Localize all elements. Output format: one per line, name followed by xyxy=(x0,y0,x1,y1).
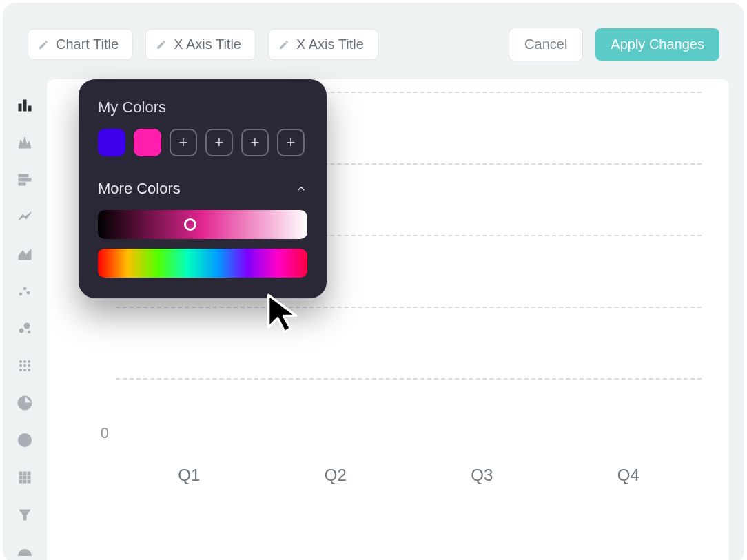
x-tick-label: Q3 xyxy=(471,466,493,485)
more-colors-label: More Colors xyxy=(98,180,181,198)
gridline xyxy=(116,378,702,380)
svg-rect-1 xyxy=(23,100,26,111)
svg-rect-5 xyxy=(19,183,25,185)
svg-point-6 xyxy=(19,293,22,295)
svg-rect-22 xyxy=(19,472,22,475)
pencil-icon xyxy=(278,39,289,50)
svg-point-18 xyxy=(19,369,21,371)
color-swatch-0[interactable] xyxy=(98,129,125,156)
chart-title-label: Chart Title xyxy=(56,37,119,52)
line-chart-icon[interactable] xyxy=(11,203,39,231)
color-swatch-1[interactable] xyxy=(134,129,161,156)
cancel-button[interactable]: Cancel xyxy=(509,28,583,61)
pencil-icon xyxy=(156,39,167,50)
svg-rect-25 xyxy=(19,476,22,479)
grid-icon[interactable] xyxy=(11,464,39,491)
svg-rect-29 xyxy=(23,480,26,483)
funnel-icon[interactable] xyxy=(11,501,39,528)
y-axis-title-input[interactable]: X Axis Title xyxy=(268,29,378,60)
svg-point-15 xyxy=(19,364,21,366)
svg-point-20 xyxy=(28,369,30,371)
scatter-icon[interactable] xyxy=(11,278,39,305)
svg-point-8 xyxy=(27,291,30,294)
svg-point-9 xyxy=(19,329,23,333)
x-tick-label: Q4 xyxy=(617,466,639,485)
gridline xyxy=(116,307,702,308)
toolbar: Chart Title X Axis Title X Axis Title Ca… xyxy=(3,3,744,79)
my-colors-heading: My Colors xyxy=(98,98,307,116)
x-tick-label: Q1 xyxy=(178,466,200,485)
svg-point-16 xyxy=(23,364,25,366)
svg-rect-0 xyxy=(19,104,21,111)
svg-point-13 xyxy=(23,360,25,362)
gauge-icon[interactable] xyxy=(11,538,39,560)
svg-rect-26 xyxy=(23,476,26,479)
svg-rect-23 xyxy=(23,472,26,475)
color-picker-popover: My Colors ++++ More Colors xyxy=(79,79,327,298)
color-swatches: ++++ xyxy=(98,129,307,156)
more-colors-toggle[interactable]: More Colors xyxy=(98,180,307,198)
horizontal-bar-icon[interactable] xyxy=(11,166,39,194)
x-axis-title-label: X Axis Title xyxy=(174,37,241,52)
svg-rect-30 xyxy=(28,480,30,483)
bubble-icon[interactable] xyxy=(11,315,39,342)
chevron-up-icon xyxy=(295,183,307,195)
add-color-button[interactable]: + xyxy=(241,129,269,156)
area-chart-icon[interactable] xyxy=(11,240,39,268)
chart-type-sidebar xyxy=(3,79,47,560)
add-color-button[interactable]: + xyxy=(277,129,305,156)
svg-rect-27 xyxy=(28,476,30,479)
x-tick-label: Q2 xyxy=(325,466,347,485)
svg-point-11 xyxy=(28,331,30,333)
svg-point-21 xyxy=(19,435,30,446)
svg-point-14 xyxy=(28,360,30,362)
svg-rect-28 xyxy=(19,480,22,483)
svg-point-7 xyxy=(23,287,26,290)
svg-rect-3 xyxy=(19,174,28,177)
saturation-slider[interactable] xyxy=(98,210,307,239)
x-axis-title-input[interactable]: X Axis Title xyxy=(145,29,256,60)
svg-point-17 xyxy=(28,364,30,366)
donut-icon[interactable] xyxy=(11,426,39,454)
pencil-icon xyxy=(38,39,49,50)
svg-rect-24 xyxy=(28,472,30,475)
hue-slider[interactable] xyxy=(98,249,307,278)
y-axis-title-label: X Axis Title xyxy=(296,37,364,52)
apply-changes-button[interactable]: Apply Changes xyxy=(595,28,719,61)
dot-matrix-icon[interactable] xyxy=(11,352,39,380)
svg-rect-2 xyxy=(28,106,31,111)
y-tick-label: 0 xyxy=(78,424,109,442)
histogram-icon[interactable] xyxy=(11,129,39,156)
svg-point-10 xyxy=(24,323,30,329)
chart-title-input[interactable]: Chart Title xyxy=(28,29,133,60)
add-color-button[interactable]: + xyxy=(170,129,197,156)
pie-icon[interactable] xyxy=(11,389,39,417)
saturation-handle[interactable] xyxy=(184,218,196,231)
add-color-button[interactable]: + xyxy=(205,129,233,156)
svg-rect-4 xyxy=(19,178,31,181)
svg-point-12 xyxy=(19,360,21,362)
bar-chart-icon[interactable] xyxy=(11,92,39,119)
svg-point-19 xyxy=(23,369,25,371)
